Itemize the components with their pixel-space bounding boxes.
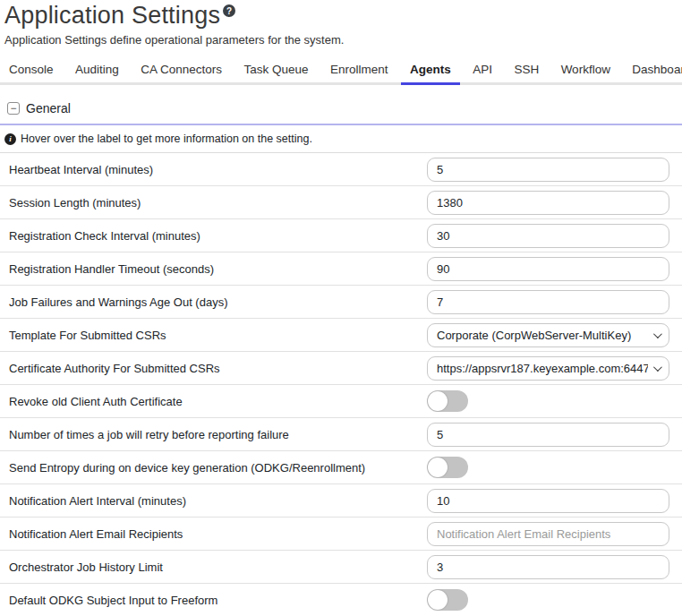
settings-row-default-odkg-freeform: Default ODKG Subject Input to Freeform [0, 584, 682, 616]
tab-auditing[interactable]: Auditing [66, 56, 128, 85]
settings-row-job-failures-age-out: Job Failures and Warnings Age Out (days) [0, 286, 682, 319]
settings-row-session-length: Session Length (minutes) [0, 186, 682, 219]
setting-label: Heartbeat Interval (minutes) [9, 163, 427, 176]
page-title: Application Settings [4, 2, 220, 30]
toggle-knob [428, 590, 448, 610]
page-subtitle: Application Settings define operational … [4, 33, 682, 47]
default-odkg-freeform-toggle[interactable] [427, 589, 468, 611]
setting-label: Number of times a job will retry before … [9, 428, 427, 441]
settings-list: Heartbeat Interval (minutes) Session Len… [0, 153, 682, 616]
toggle-knob [428, 458, 448, 477]
collapse-minus-icon[interactable]: − [7, 102, 20, 115]
registration-check-interval-input[interactable] [427, 224, 669, 248]
tab-console[interactable]: Console [0, 56, 63, 85]
session-length-input[interactable] [427, 191, 669, 215]
revoke-old-client-auth-toggle[interactable] [427, 390, 468, 412]
registration-handler-timeout-input[interactable] [427, 257, 669, 281]
setting-label: Orchestrator Job History Limit [9, 560, 427, 574]
settings-row-revoke-old-client-auth: Revoke old Client Auth Certificate [0, 385, 682, 418]
info-banner: i Hover over the label to get more infor… [0, 125, 682, 153]
setting-label: Job Failures and Warnings Age Out (days) [9, 295, 427, 309]
setting-label: Send Entropy during on device key genera… [9, 461, 427, 475]
orchestrator-job-history-limit-input[interactable] [427, 555, 669, 579]
section-title: General [26, 101, 71, 116]
notification-alert-interval-input[interactable] [427, 489, 669, 513]
settings-row-registration-handler-timeout: Registration Handler Timeout (seconds) [0, 252, 682, 286]
setting-label: Session Length (minutes) [9, 196, 427, 210]
help-icon[interactable]: ? [223, 4, 235, 17]
tab-ssh[interactable]: SSH [505, 56, 548, 85]
tab-bar: Console Auditing CA Connectors Task Queu… [0, 56, 682, 85]
chevron-down-icon [653, 329, 662, 338]
job-failures-age-out-input[interactable] [427, 290, 669, 314]
tab-api[interactable]: API [464, 56, 501, 85]
chevron-down-icon [653, 363, 662, 372]
settings-row-heartbeat-interval: Heartbeat Interval (minutes) [0, 153, 682, 186]
select-value: https://appsrvr187.keyexample.com:6447\C… [437, 362, 648, 375]
settings-row-registration-check-interval: Registration Check Interval (minutes) [0, 219, 682, 252]
setting-label: Revoke old Client Auth Certificate [9, 395, 427, 408]
toggle-knob [428, 391, 448, 411]
heartbeat-interval-input[interactable] [427, 158, 669, 182]
tab-task-queue[interactable]: Task Queue [234, 56, 317, 85]
settings-row-notification-alert-interval: Notification Alert Interval (minutes) [0, 484, 682, 518]
setting-label: Template For Submitted CSRs [9, 329, 427, 342]
info-text: Hover over the label to get more informa… [21, 133, 312, 145]
tab-ca-connectors[interactable]: CA Connectors [132, 56, 231, 85]
select-value: Corporate (CorpWebServer-MultiKey) [437, 329, 648, 342]
setting-label: Notification Alert Interval (minutes) [9, 494, 427, 508]
template-for-submitted-csrs-select[interactable]: Corporate (CorpWebServer-MultiKey) [427, 323, 669, 347]
info-icon: i [4, 133, 16, 145]
settings-row-job-retry-count: Number of times a job will retry before … [0, 418, 682, 451]
page-header: Application Settings ? Application Setti… [0, 0, 682, 47]
tab-enrollment[interactable]: Enrollment [321, 56, 397, 85]
certificate-authority-select[interactable]: https://appsrvr187.keyexample.com:6447\C… [427, 356, 669, 381]
setting-label: Default ODKG Subject Input to Freeform [9, 594, 427, 607]
settings-row-certificate-authority: Certificate Authority For Submitted CSRs… [0, 352, 682, 385]
section-header-general[interactable]: − General [0, 95, 682, 125]
setting-label: Registration Handler Timeout (seconds) [9, 262, 427, 276]
setting-label: Certificate Authority For Submitted CSRs [9, 362, 427, 375]
send-entropy-odkg-toggle[interactable] [427, 457, 468, 478]
notification-alert-recipients-input[interactable] [427, 522, 669, 546]
tab-workflow[interactable]: Workflow [552, 56, 619, 85]
settings-row-notification-alert-recipients: Notification Alert Email Recipients [0, 518, 682, 551]
setting-label: Registration Check Interval (minutes) [9, 229, 427, 243]
tab-agents[interactable]: Agents [401, 56, 460, 85]
settings-row-send-entropy-odkg: Send Entropy during on device key genera… [0, 451, 682, 484]
settings-row-orchestrator-job-history-limit: Orchestrator Job History Limit [0, 551, 682, 584]
setting-label: Notification Alert Email Recipients [9, 527, 427, 541]
job-retry-count-input[interactable] [427, 423, 669, 447]
tab-dashboard-and-reports[interactable]: Dashboard and Reports [623, 56, 682, 85]
settings-row-template-for-submitted-csrs: Template For Submitted CSRs Corporate (C… [0, 319, 682, 352]
